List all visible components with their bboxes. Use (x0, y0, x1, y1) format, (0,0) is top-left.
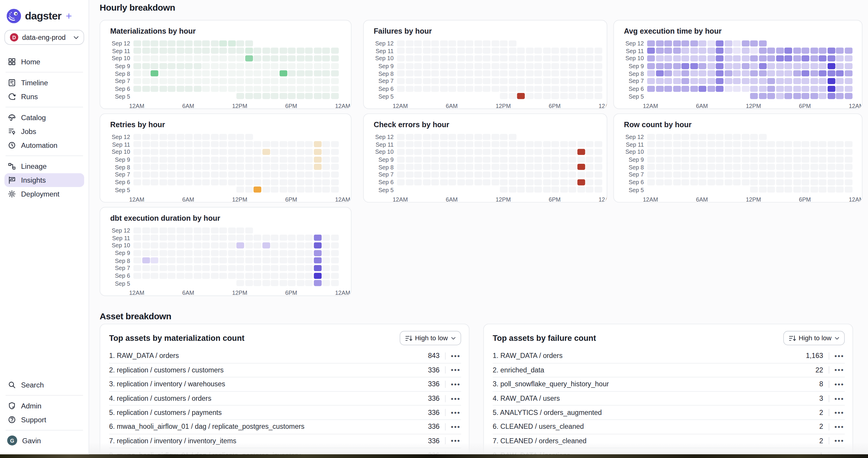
heatmap-cell (491, 48, 499, 54)
table-row[interactable]: 1. RAW_DATA / orders1,163●●● (493, 349, 845, 363)
heatmap-cell (673, 179, 681, 185)
table-row[interactable]: 7. replication / inventory / inventory_i… (109, 434, 461, 448)
heatmap-cell (681, 171, 689, 178)
table-row[interactable]: 5. replication / customers / payments336… (109, 406, 461, 420)
heatmap-cell (448, 63, 456, 69)
heatmap-cell (176, 156, 184, 163)
row-menu-button[interactable]: ●●● (834, 410, 845, 415)
table-row[interactable]: 2. replication / customers / customers33… (109, 363, 461, 378)
heatmap-cell (819, 164, 826, 170)
heatmap-cell (656, 78, 663, 84)
row-menu-button[interactable]: ●●● (834, 354, 845, 359)
sidebar-item-jobs[interactable]: Jobs (4, 125, 84, 138)
table-row[interactable]: 1. RAW_DATA / orders843●●● (109, 349, 461, 363)
heatmap-cell (142, 164, 150, 170)
sidebar-item-support[interactable]: Support (4, 413, 84, 426)
heatmap-cells (397, 63, 602, 69)
row-menu-button[interactable]: ●●● (450, 410, 461, 415)
heatmap-cell (262, 86, 270, 92)
asset-count: 843 (415, 352, 440, 360)
heatmap-row: Sep 7 (110, 77, 341, 85)
table-row[interactable]: 7. CLEANED / orders_cleaned2●●● (493, 434, 845, 448)
heatmap-cell (767, 179, 775, 185)
heatmap-cells (133, 70, 339, 77)
row-menu-button[interactable]: ●●● (450, 382, 461, 387)
sidebar-item-automation[interactable]: Automation (4, 138, 84, 152)
heatmap-cell (594, 78, 602, 84)
sort-order-dropdown[interactable]: High to low (399, 331, 461, 345)
sidebar-item-admin[interactable]: Admin (4, 399, 84, 413)
brand[interactable]: dagster + (0, 0, 89, 25)
asset-count: 336 (415, 366, 440, 374)
heatmap-cell (560, 93, 568, 99)
heatmap-cell (457, 164, 465, 170)
heatmap-cell (656, 164, 663, 170)
heatmap-cell (159, 86, 167, 92)
row-menu-button[interactable]: ●●● (834, 438, 845, 444)
heatmap-cells (647, 149, 852, 155)
table-row[interactable]: 5. ANALYTICS / orders_augmented2●●● (493, 406, 845, 420)
sidebar-item-catalog[interactable]: Catalog (4, 111, 84, 125)
table-row[interactable]: 2. enriched_data22●●● (493, 363, 845, 378)
heatmap-cell (331, 93, 338, 99)
heatmap-cell (594, 171, 602, 178)
heatmap-cell (500, 179, 507, 185)
sidebar-item-label: Gavin (22, 436, 41, 445)
heatmap-title: Materializations by hour (110, 27, 341, 35)
heatmap-row: Sep 7 (374, 171, 597, 178)
sidebar-item-runs[interactable]: Runs (4, 90, 84, 104)
heatmap-cell (569, 141, 576, 147)
heatmap-cell (305, 63, 313, 69)
heatmap-cell (784, 63, 792, 69)
row-menu-button[interactable]: ●●● (834, 382, 845, 387)
sidebar-item-timeline[interactable]: Timeline (4, 76, 84, 90)
row-menu-button[interactable]: ●●● (450, 368, 461, 373)
hourly-breakdown-heading: Hourly breakdown (100, 2, 868, 13)
heatmap-cell (767, 187, 775, 193)
sidebar-item-home[interactable]: Home (4, 55, 84, 69)
sidebar-item-search[interactable]: Search (4, 378, 84, 392)
heatmap-cell (440, 141, 447, 147)
row-menu-button[interactable]: ●●● (450, 396, 461, 401)
heatmap-title: Check errors by hour (374, 121, 597, 129)
sidebar-item-lineage[interactable]: Lineage (4, 159, 84, 173)
sidebar-item-deployment[interactable]: Deployment (4, 187, 84, 201)
heatmap-cell (331, 156, 338, 163)
row-menu-button[interactable]: ●●● (450, 354, 461, 359)
row-menu-button[interactable]: ●●● (450, 424, 461, 429)
heatmap-cell (176, 55, 184, 61)
heatmap-cell (517, 179, 525, 185)
heatmap-cell (133, 40, 141, 46)
heatmap-cell (245, 273, 253, 279)
sidebar-item-insights[interactable]: Insights (4, 173, 84, 187)
sidebar-item-gavin[interactable]: GGavin (4, 433, 84, 447)
heatmap-row: Sep 10 (110, 149, 341, 155)
heatmap-cell (542, 55, 550, 61)
row-label: Sep 7 (374, 77, 397, 85)
heatmap-cell (314, 265, 321, 271)
heatmap-cell (305, 156, 313, 163)
heatmap-cell (423, 48, 430, 54)
table-row[interactable]: 3. poll_snowflake_query_history_hour8●●● (493, 378, 845, 392)
table-row[interactable]: 4. replication / customers / orders336●●… (109, 392, 461, 406)
heatmap-cell (810, 78, 818, 84)
row-menu-button[interactable]: ●●● (834, 396, 845, 401)
heatmap-cell (297, 257, 304, 264)
table-row[interactable]: 4. RAW_DATA / users3●●● (493, 392, 845, 406)
row-label: Sep 12 (624, 40, 647, 46)
heatmap-cell (569, 48, 576, 54)
table-row[interactable]: 3. replication / inventory / warehouses3… (109, 378, 461, 392)
row-menu-button[interactable]: ●●● (450, 438, 461, 444)
heatmap-cell (500, 40, 507, 46)
heatmap-cells (133, 134, 339, 140)
row-menu-button[interactable]: ●●● (834, 424, 845, 429)
row-menu-button[interactable]: ●●● (834, 368, 845, 373)
automation-icon (7, 141, 16, 150)
heatmap-cell (211, 141, 218, 147)
heatmap-cell (827, 141, 835, 147)
sort-order-dropdown[interactable]: High to low (783, 331, 845, 345)
table-row[interactable]: 6. mwaa_hooli_airflow_01 / dag / replica… (109, 420, 461, 434)
table-row[interactable]: 6. CLEANED / users_cleaned2●●● (493, 420, 845, 434)
heatmap-cell (133, 273, 141, 279)
deployment-switcher[interactable]: D data-eng-prod (4, 30, 84, 45)
